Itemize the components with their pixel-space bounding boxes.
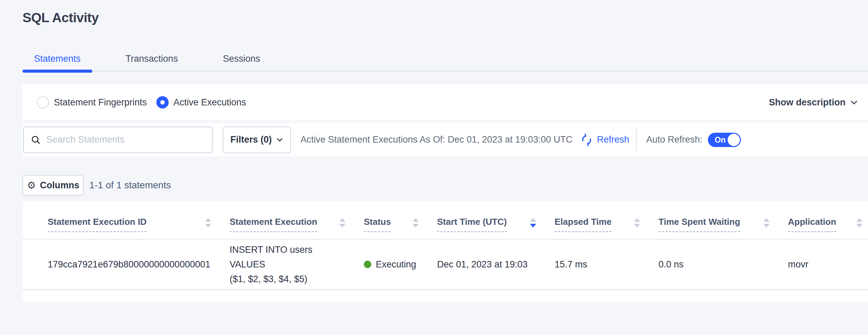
columns-label: Columns xyxy=(40,180,79,191)
tab-transactions[interactable]: Transactions xyxy=(114,47,190,71)
refresh-link[interactable]: Refresh xyxy=(580,133,629,147)
tab-statements[interactable]: Statements xyxy=(22,47,92,71)
result-count: 1-1 of 1 statements xyxy=(89,180,171,191)
show-description-label: Show description xyxy=(769,97,846,108)
vertical-divider xyxy=(636,129,637,151)
page-title: SQL Activity xyxy=(22,10,99,25)
status-dot-icon xyxy=(364,261,371,268)
sort-arrows-icon[interactable] xyxy=(339,218,345,228)
sort-arrows-icon[interactable] xyxy=(856,218,863,228)
column-header-statement-execution[interactable]: Statement Execution xyxy=(217,201,351,239)
sort-arrows-icon[interactable] xyxy=(763,218,770,228)
cell-execution-id[interactable]: 179cca7921e679b80000000000000001 xyxy=(22,239,217,289)
filters-label: Filters (0) xyxy=(230,134,272,145)
chevron-down-icon xyxy=(276,136,283,144)
sort-arrows-icon[interactable] xyxy=(634,218,640,228)
radio-label: Active Executions xyxy=(173,97,246,108)
cell-elapsed-time: 15.7 ms xyxy=(542,239,646,289)
sort-arrows-icon[interactable] xyxy=(413,218,419,228)
cell-status: Executing xyxy=(351,239,424,289)
filters-button[interactable]: Filters (0) xyxy=(223,127,291,153)
view-mode-card: Statement Fingerprints Active Executions… xyxy=(22,85,868,120)
cell-start-time: Dec 01, 2023 at 19:03 xyxy=(424,239,542,289)
tab-bar: Statements Transactions Sessions xyxy=(22,47,868,72)
statement-line-1: INSERT INTO users VALUES xyxy=(230,243,345,272)
search-box[interactable] xyxy=(23,127,213,153)
radio-label: Statement Fingerprints xyxy=(54,97,147,108)
search-input[interactable] xyxy=(46,130,212,150)
radio-unselected-icon[interactable] xyxy=(37,96,49,108)
column-header-elapsed-time[interactable]: Elapsed Time xyxy=(542,201,646,239)
column-header-status[interactable]: Status xyxy=(351,201,424,239)
tab-sessions[interactable]: Sessions xyxy=(211,47,272,71)
cell-time-spent-waiting: 0.0 ns xyxy=(646,239,775,289)
column-header-application[interactable]: Application xyxy=(775,201,868,239)
toggle-knob-icon xyxy=(728,134,740,146)
columns-button[interactable]: ⚙ Columns xyxy=(22,175,84,195)
column-header-start-time[interactable]: Start Time (UTC) xyxy=(424,201,542,239)
radio-active-executions[interactable]: Active Executions xyxy=(156,96,246,108)
as-of-timestamp: Active Statement Executions As Of: Dec 0… xyxy=(300,134,572,145)
cell-statement-execution[interactable]: INSERT INTO users VALUES ($1, $2, $3, $4… xyxy=(217,239,351,289)
search-filter-card: Filters (0) Active Statement Executions … xyxy=(22,123,868,156)
auto-refresh-toggle[interactable]: On xyxy=(708,133,741,147)
chevron-down-icon xyxy=(850,98,858,107)
auto-refresh-label: Auto Refresh: xyxy=(646,134,702,145)
radio-selected-icon[interactable] xyxy=(156,96,169,108)
refresh-icon xyxy=(580,133,593,147)
sort-arrows-icon[interactable] xyxy=(205,218,211,228)
statements-table: Statement Execution ID Statement Executi… xyxy=(22,201,868,302)
radio-statement-fingerprints[interactable]: Statement Fingerprints xyxy=(37,96,147,108)
show-description-toggle[interactable]: Show description xyxy=(769,97,858,108)
column-header-execution-id[interactable]: Statement Execution ID xyxy=(22,201,217,239)
statement-line-2: ($1, $2, $3, $4, $5) xyxy=(230,272,345,287)
refresh-label: Refresh xyxy=(597,134,629,145)
search-icon xyxy=(31,135,41,145)
table-row: 179cca7921e679b80000000000000001 INSERT … xyxy=(22,239,868,290)
column-header-time-spent-waiting[interactable]: Time Spent Waiting xyxy=(646,201,775,239)
status-label: Executing xyxy=(376,259,416,270)
gear-icon: ⚙ xyxy=(27,180,36,190)
cell-application: movr xyxy=(775,239,868,289)
table-toolbar: ⚙ Columns 1-1 of 1 statements xyxy=(22,175,171,195)
sort-arrows-icon[interactable] xyxy=(530,218,536,228)
toggle-state-label: On xyxy=(715,135,726,144)
table-header-row: Statement Execution ID Statement Executi… xyxy=(22,201,868,239)
